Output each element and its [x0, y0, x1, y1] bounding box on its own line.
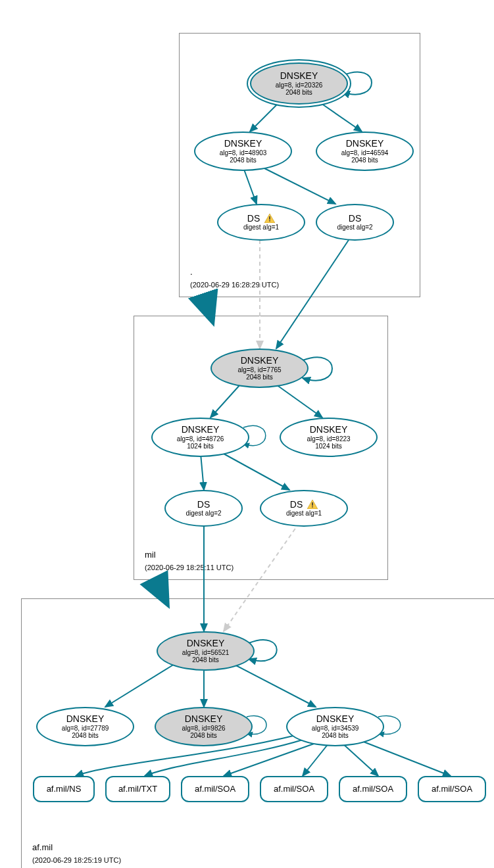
node-root-ksk: DNSKEY alg=8, id=20326 2048 bits — [250, 62, 348, 105]
node-mil-ds2: DS digest alg=2 — [164, 490, 243, 527]
node-bits: 2048 bits — [322, 732, 349, 740]
rrset-label: af.mil/SOA — [274, 784, 314, 794]
node-af-ksk: DNSKEY alg=8, id=56521 2048 bits — [157, 631, 255, 671]
rrset-soa-1: af.mil/SOA — [181, 776, 249, 802]
node-title: DNSKEY — [346, 138, 384, 149]
node-alg: alg=8, id=8223 — [307, 435, 350, 443]
node-title: DNSKEY — [280, 70, 318, 81]
node-af-zsk1: DNSKEY alg=8, id=27789 2048 bits — [36, 707, 134, 746]
svg-rect-0 — [269, 216, 270, 220]
node-title: DNSKEY — [241, 355, 279, 366]
node-title: DS — [349, 213, 361, 224]
node-bits: 2048 bits — [72, 732, 99, 740]
zone-root-label: . — [190, 267, 193, 277]
rrset-label: af.mil/SOA — [353, 784, 393, 794]
svg-rect-3 — [312, 506, 313, 508]
rrset-label: af.mil/NS — [47, 784, 82, 794]
node-title: DNSKEY — [224, 138, 262, 149]
node-title: DNSKEY — [187, 638, 225, 648]
node-alg: alg=8, id=7765 — [237, 366, 281, 374]
node-alg: alg=8, id=56521 — [182, 649, 230, 657]
node-alg: alg=8, id=20326 — [276, 82, 323, 89]
node-digest: digest alg=2 — [337, 224, 372, 231]
node-root-ds1: DS digest alg=1 — [217, 204, 305, 241]
rrset-soa-3: af.mil/SOA — [339, 776, 407, 802]
node-bits: 2048 bits — [230, 157, 257, 164]
node-root-zsk2: DNSKEY alg=8, id=46594 2048 bits — [316, 132, 414, 171]
node-mil-ksk: DNSKEY alg=8, id=7765 2048 bits — [210, 349, 309, 388]
node-title: DNSKEY — [66, 713, 105, 724]
node-root-zsk1: DNSKEY alg=8, id=48903 2048 bits — [194, 132, 292, 171]
rrset-label: af.mil/TXT — [118, 784, 157, 794]
node-bits: 2048 bits — [190, 732, 217, 740]
node-root-ds2: DS digest alg=2 — [316, 204, 394, 241]
node-digest: digest alg=1 — [286, 510, 322, 518]
rrset-label: af.mil/SOA — [432, 784, 472, 794]
node-bits: 2048 bits — [192, 656, 219, 664]
zone-afmil-label: af.mil — [32, 842, 53, 852]
rrset-txt: af.mil/TXT — [105, 776, 170, 802]
node-af-zsk2: DNSKEY alg=8, id=9826 2048 bits — [155, 707, 253, 746]
node-title: DNSKEY — [182, 424, 220, 435]
node-title: DS — [197, 499, 210, 510]
node-alg: alg=8, id=48903 — [220, 149, 267, 157]
node-alg: alg=8, id=34539 — [312, 725, 359, 733]
node-title: DNSKEY — [316, 713, 355, 724]
node-title: DS — [247, 213, 275, 224]
node-mil-zsk1: DNSKEY alg=8, id=48726 1024 bits — [151, 418, 249, 457]
node-af-zsk3: DNSKEY alg=8, id=34539 2048 bits — [286, 707, 384, 746]
zone-mil-label: mil — [145, 550, 156, 560]
node-mil-zsk2: DNSKEY alg=8, id=8223 1024 bits — [280, 418, 378, 457]
dnssec-graph: . (2020-06-29 16:28:29 UTC) mil (2020-06… — [13, 13, 494, 868]
node-bits: 1024 bits — [187, 443, 214, 450]
node-alg: alg=8, id=9826 — [182, 725, 225, 733]
rrset-ns: af.mil/NS — [33, 776, 95, 802]
node-bits: 2048 bits — [285, 89, 312, 97]
node-bits: 2048 bits — [351, 157, 378, 164]
node-digest: digest alg=1 — [243, 224, 279, 231]
svg-rect-1 — [269, 220, 270, 222]
node-alg: alg=8, id=48726 — [177, 435, 224, 443]
rrset-soa-4: af.mil/SOA — [418, 776, 486, 802]
rrset-soa-2: af.mil/SOA — [260, 776, 328, 802]
zone-root-timestamp: (2020-06-29 16:28:29 UTC) — [190, 281, 279, 289]
node-title: DNSKEY — [310, 424, 348, 435]
warning-icon — [307, 500, 318, 509]
warning-icon — [264, 214, 275, 223]
node-alg: alg=8, id=27789 — [62, 725, 109, 733]
node-bits: 1024 bits — [315, 443, 342, 450]
svg-rect-2 — [312, 502, 313, 506]
node-digest: digest alg=2 — [185, 510, 221, 518]
rrset-label: af.mil/SOA — [195, 784, 235, 794]
node-alg: alg=8, id=46594 — [341, 149, 389, 157]
node-mil-ds1: DS digest alg=1 — [260, 490, 348, 527]
node-title: DNSKEY — [185, 713, 223, 724]
zone-mil-timestamp: (2020-06-29 18:25:11 UTC) — [145, 564, 234, 571]
node-bits: 2048 bits — [246, 374, 273, 381]
zone-afmil-timestamp: (2020-06-29 18:25:19 UTC) — [32, 856, 121, 864]
node-title: DS — [290, 499, 318, 510]
